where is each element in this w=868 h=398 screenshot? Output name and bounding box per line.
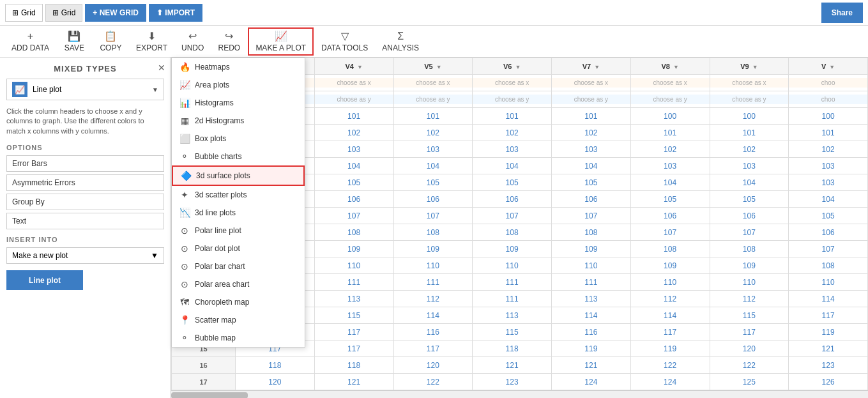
cell-r3-c5[interactable]: 103: [552, 141, 631, 158]
dropdown-item-bubble-map[interactable]: ⚬ Bubble map: [172, 329, 305, 347]
cell-r4-c5[interactable]: 104: [552, 158, 631, 174]
cell-r16-c3[interactable]: 120: [393, 357, 473, 374]
cell-r10-c2[interactable]: 110: [314, 257, 393, 274]
cell-r10-c7[interactable]: 109: [710, 257, 789, 274]
cell-r3-c2[interactable]: 103: [314, 141, 393, 158]
choose-x-v5[interactable]: choose as x: [393, 75, 473, 91]
cell-r5-c8[interactable]: 103: [789, 174, 868, 191]
cell-r5-c4[interactable]: 105: [473, 174, 552, 191]
dropdown-item-scatter-map[interactable]: 📍 Scatter map: [172, 311, 305, 329]
cell-r12-c8[interactable]: 114: [789, 291, 868, 307]
cell-r14-c8[interactable]: 119: [789, 324, 868, 341]
cell-r13-c7[interactable]: 115: [710, 307, 789, 324]
choose-y-v7[interactable]: choose as y: [552, 91, 631, 108]
cell-r7-c7[interactable]: 106: [710, 208, 789, 224]
cell-r13-c8[interactable]: 117: [789, 307, 868, 324]
cell-r1-c8[interactable]: 100: [789, 108, 868, 125]
dropdown-item-polar-bar-chart[interactable]: ⊙ Polar bar chart: [172, 257, 305, 275]
cell-r12-c3[interactable]: 112: [393, 291, 473, 307]
cell-r16-c8[interactable]: 123: [789, 357, 868, 374]
cell-r13-c5[interactable]: 114: [552, 307, 631, 324]
cell-r3-c7[interactable]: 102: [710, 141, 789, 158]
share-button[interactable]: Share: [821, 3, 863, 23]
dropdown-item-3d-line-plots[interactable]: 📉 3d line plots: [172, 204, 305, 222]
cell-r3-c3[interactable]: 103: [393, 141, 473, 158]
choose-x-v8[interactable]: choose as x: [630, 75, 710, 91]
cell-r16-c1[interactable]: 118: [236, 357, 315, 374]
cell-r11-c2[interactable]: 111: [314, 274, 393, 291]
make-a-plot-button[interactable]: 📈 MAKE A PLOT: [248, 27, 314, 56]
new-grid-button[interactable]: + NEW GRID: [85, 4, 146, 22]
horizontal-scrollbar[interactable]: [171, 390, 868, 398]
cell-r10-c4[interactable]: 110: [473, 257, 552, 274]
cell-r2-c3[interactable]: 102: [393, 125, 473, 141]
cell-r8-c5[interactable]: 108: [552, 224, 631, 241]
cell-r4-c6[interactable]: 103: [630, 158, 710, 174]
cell-r7-c4[interactable]: 107: [473, 208, 552, 224]
cell-r15-c2[interactable]: 117: [314, 341, 393, 357]
scrollbar-thumb[interactable]: [171, 392, 248, 398]
choose-x-v9[interactable]: choose as x: [710, 75, 789, 91]
insert-select[interactable]: Make a new plot ▼: [6, 247, 164, 264]
cell-r2-c4[interactable]: 102: [473, 125, 552, 141]
cell-r1-c6[interactable]: 100: [630, 108, 710, 125]
col-header-v6[interactable]: V6 ▼: [473, 58, 552, 75]
cell-r17-c4[interactable]: 123: [473, 374, 552, 390]
cell-r8-c8[interactable]: 106: [789, 224, 868, 241]
cell-r17-c6[interactable]: 124: [630, 374, 710, 390]
cell-r6-c5[interactable]: 106: [552, 191, 631, 208]
save-button[interactable]: 💾 SAVE: [57, 27, 92, 56]
choose-y-v8[interactable]: choose as y: [630, 91, 710, 108]
cell-r6-c8[interactable]: 104: [789, 191, 868, 208]
cell-r11-c5[interactable]: 111: [552, 274, 631, 291]
choose-y-v5[interactable]: choose as y: [393, 91, 473, 108]
cell-r3-c8[interactable]: 102: [789, 141, 868, 158]
cell-r6-c6[interactable]: 105: [630, 191, 710, 208]
cell-r16-c5[interactable]: 121: [552, 357, 631, 374]
choose-x-v10[interactable]: choo: [789, 75, 868, 91]
cell-r11-c7[interactable]: 110: [710, 274, 789, 291]
cell-r2-c2[interactable]: 102: [314, 125, 393, 141]
cell-r17-c7[interactable]: 125: [710, 374, 789, 390]
cell-r7-c6[interactable]: 106: [630, 208, 710, 224]
dropdown-item-polar-dot-plot[interactable]: ⊙ Polar dot plot: [172, 240, 305, 257]
cell-r10-c3[interactable]: 110: [393, 257, 473, 274]
import-button[interactable]: ⬆ IMPORT: [149, 4, 202, 22]
cell-r11-c3[interactable]: 111: [393, 274, 473, 291]
cell-r13-c6[interactable]: 114: [630, 307, 710, 324]
cell-r5-c3[interactable]: 105: [393, 174, 473, 191]
cell-r12-c4[interactable]: 111: [473, 291, 552, 307]
dropdown-item-3d-scatter-plots[interactable]: ✦ 3d scatter plots: [172, 186, 305, 204]
cell-r10-c5[interactable]: 110: [552, 257, 631, 274]
cell-r9-c3[interactable]: 109: [393, 241, 473, 257]
cell-r14-c3[interactable]: 116: [393, 324, 473, 341]
cell-r3-c6[interactable]: 102: [630, 141, 710, 158]
cell-r1-c3[interactable]: 101: [393, 108, 473, 125]
choose-y-v6[interactable]: choose as y: [473, 91, 552, 108]
cell-r16-c2[interactable]: 118: [314, 357, 393, 374]
cell-r16-c6[interactable]: 122: [630, 357, 710, 374]
col-header-v10[interactable]: V ▼: [789, 58, 868, 75]
cell-r1-c4[interactable]: 101: [473, 108, 552, 125]
cell-r15-c6[interactable]: 119: [630, 341, 710, 357]
cell-r11-c6[interactable]: 110: [630, 274, 710, 291]
cell-r5-c2[interactable]: 105: [314, 174, 393, 191]
cell-r8-c3[interactable]: 108: [393, 224, 473, 241]
cell-r16-c4[interactable]: 121: [473, 357, 552, 374]
cell-r6-c3[interactable]: 106: [393, 191, 473, 208]
analysis-button[interactable]: Σ ANALYSIS: [376, 27, 425, 56]
cell-r2-c6[interactable]: 101: [630, 125, 710, 141]
choose-x-v6[interactable]: choose as x: [473, 75, 552, 91]
dropdown-item-box-plots[interactable]: ⬜ Box plots: [172, 130, 305, 148]
dropdown-item-heatmaps[interactable]: 🔥 Heatmaps: [172, 58, 305, 76]
dropdown-item-polar-area-chart[interactable]: ⊙ Polar area chart: [172, 275, 305, 293]
option-text[interactable]: Text: [6, 213, 164, 229]
cell-r2-c8[interactable]: 101: [789, 125, 868, 141]
redo-button[interactable]: ↪ REDO: [211, 27, 247, 56]
cell-r14-c7[interactable]: 117: [710, 324, 789, 341]
cell-r3-c4[interactable]: 103: [473, 141, 552, 158]
cell-r1-c5[interactable]: 101: [552, 108, 631, 125]
cell-r10-c6[interactable]: 109: [630, 257, 710, 274]
option-group-by[interactable]: Group By: [6, 194, 164, 210]
tab-grid-2[interactable]: ⊞ Grid: [45, 4, 83, 22]
